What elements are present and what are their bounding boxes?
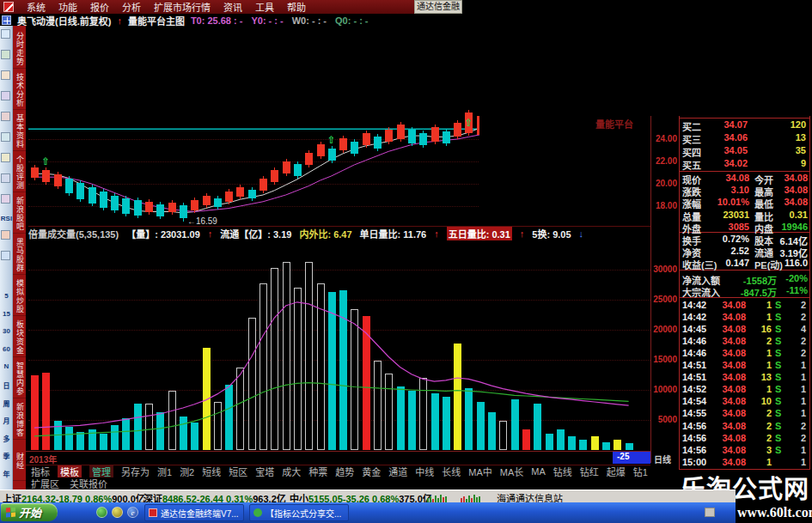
tick-time[interactable]: 14:46 — [682, 336, 711, 347]
sidebar-tab-2[interactable]: 基本资料 — [13, 112, 26, 151]
formula-tab-MA中[interactable]: MA中 — [468, 465, 492, 477]
toolbar-icon-5[interactable] — [1, 132, 10, 142]
tick-time[interactable]: 14:54 — [682, 396, 711, 407]
formula-tab-成大[interactable]: 成大 — [282, 465, 301, 477]
formula-tab-另存为[interactable]: 另存为 — [121, 465, 150, 477]
sidebar-tab-4[interactable]: 新浪股吧 — [13, 194, 26, 234]
index-summary-1[interactable]: 深证8486.52-26.44 0.31%963.2亿 — [143, 491, 281, 502]
formula-tab-测1[interactable]: 测1 — [157, 465, 172, 477]
toolbar-icon-4[interactable] — [1, 112, 10, 121]
period-月[interactable]: 月 — [0, 416, 13, 426]
menu-item-5[interactable]: 资讯 — [223, 0, 242, 14]
period-label[interactable]: 日线 — [654, 453, 671, 465]
formula-tab-模板[interactable]: 模板 — [58, 465, 82, 477]
period-年[interactable]: 年 — [0, 469, 13, 479]
indicator-segment-9: 5换: 9.05 — [532, 227, 571, 240]
formula-tab-指标[interactable]: 指标 — [31, 465, 50, 477]
period-周[interactable]: 周 — [0, 398, 13, 409]
formula-tab-长线[interactable]: 长线 — [442, 465, 461, 477]
tick-time[interactable]: 14:51 — [682, 360, 711, 371]
period-N[interactable]: N — [0, 362, 13, 373]
sidebar-tab-1[interactable]: 技术分析 — [13, 70, 26, 110]
index-summary-0[interactable]: 上证2164.32-18.79 0.86%900.0亿 — [3, 491, 140, 502]
formula-tab-趋势[interactable]: 趋势 — [335, 465, 354, 477]
formula-tab-起爆[interactable]: 起爆 — [607, 465, 626, 477]
quicklaunch-icon-2[interactable] — [112, 507, 123, 518]
toolbar-icon-7[interactable] — [1, 173, 10, 183]
formula-tab-钻1[interactable]: 钻1 — [633, 465, 648, 477]
menu-item-0[interactable]: 系统 — [27, 0, 46, 14]
toolbar-icon-1[interactable] — [1, 50, 10, 59]
tick-time[interactable]: 15:00 — [682, 457, 711, 468]
menu-item-4[interactable]: 扩展市场行情 — [154, 0, 211, 14]
tick-time[interactable]: 14:55 — [682, 408, 711, 419]
formula-tab-MA[interactable]: MA — [531, 466, 546, 477]
toolbar-icon-0[interactable] — [1, 29, 10, 39]
quicklaunch-icon-1[interactable] — [96, 507, 107, 518]
formula-tab-钻线[interactable]: 钻线 — [553, 465, 572, 477]
tick-time[interactable]: 14:56 — [682, 433, 711, 444]
formula-tab-中线[interactable]: 中线 — [415, 465, 434, 477]
tick-time[interactable]: 14:56 — [682, 445, 711, 456]
task-label: 【指标公式分享交... — [266, 507, 341, 520]
extension-tab-扩展区[interactable]: 扩展区 — [31, 477, 59, 490]
extension-tab-关联报价[interactable]: 关联报价 — [70, 477, 107, 490]
formula-tab-钻红[interactable]: 钻红 — [580, 465, 599, 477]
period-季[interactable]: 季 — [0, 451, 13, 461]
period-5[interactable]: 5 — [0, 292, 13, 302]
quicklaunch-icon-3[interactable]: e — [127, 507, 138, 518]
menu-item-6[interactable]: 工具 — [255, 0, 274, 14]
tick-time[interactable]: 14:45 — [682, 324, 711, 335]
rsi-label[interactable]: RSI — [0, 215, 13, 223]
formula-tab-短线[interactable]: 短线 — [202, 465, 221, 477]
sidebar-tab-6[interactable]: 模拟炒股 — [13, 277, 26, 316]
sidebar-tab-7[interactable]: 板块资金 — [13, 318, 26, 357]
tick-time[interactable]: 14:56 — [682, 421, 711, 432]
tick-time[interactable]: 14:42 — [682, 300, 711, 311]
formula-tab-黄金[interactable]: 黄金 — [362, 465, 381, 477]
menu-item-7[interactable]: 帮助 — [287, 0, 306, 14]
formula-tab-宝塔[interactable]: 宝塔 — [255, 465, 274, 477]
candle-body — [397, 125, 405, 139]
tick-time[interactable]: 14:42 — [682, 312, 711, 323]
sidebar-tab-3[interactable]: 个股评测 — [13, 153, 26, 192]
toolbar-icon-8[interactable] — [1, 194, 10, 204]
period-日[interactable]: 日 — [0, 380, 13, 391]
scroll-position-badge[interactable]: -25 — [613, 452, 650, 464]
sidebar-tab-8[interactable]: 智慧内参 — [13, 359, 26, 398]
toolbar-icon-9[interactable] — [1, 230, 10, 240]
toolbar-icon-6[interactable] — [1, 153, 10, 162]
period-30[interactable]: 30 — [0, 327, 13, 338]
tick-time[interactable]: 14:46 — [682, 348, 711, 359]
formula-tab-测2[interactable]: 测2 — [180, 465, 194, 477]
menu-item-1[interactable]: 功能 — [58, 0, 77, 14]
tray-icon[interactable] — [705, 508, 715, 517]
menu-item-3[interactable]: 分析 — [122, 0, 141, 14]
sidebar-tab-10[interactable]: 财经 — [13, 441, 26, 481]
formula-tab-MA长[interactable]: MA长 — [500, 465, 524, 477]
menu-item-2[interactable]: 报价 — [90, 0, 109, 14]
stat-value: 3.19亿 — [772, 246, 808, 257]
sidebar-tab-9[interactable]: 新浪博客 — [13, 400, 26, 440]
tick-count: 1 — [784, 408, 806, 419]
formula-tab-通道[interactable]: 通道 — [388, 465, 407, 477]
taskbar-task-share[interactable]: 【指标公式分享交... — [249, 504, 349, 521]
sidebar-tab-0[interactable]: 分时走势 — [13, 29, 26, 69]
tick-time[interactable]: 14:51 — [682, 372, 711, 383]
toolbar-icon-10[interactable] — [1, 251, 10, 260]
taskbar-task-tdx[interactable]: 通达信金融终端V7... — [144, 504, 244, 521]
formula-tab-种票[interactable]: 种票 — [308, 465, 327, 477]
formula-tab-管理[interactable]: 管理 — [89, 465, 113, 477]
stat-value: 2.52 — [715, 246, 749, 257]
formula-tab-短区[interactable]: 短区 — [229, 465, 247, 477]
start-button[interactable]: 开始 — [1, 503, 58, 521]
toolbar-icon-2[interactable] — [1, 70, 10, 80]
index-summary-2[interactable]: 中小5155.05-35.26 0.68%375.0亿 — [290, 491, 427, 502]
period-多[interactable]: 多 — [0, 434, 13, 444]
sidebar-tab-5[interactable]: 黑马股群 — [13, 235, 26, 275]
tick-time[interactable]: 14:52 — [682, 384, 711, 395]
tick-price: 34.08 — [713, 445, 746, 456]
toolbar-icon-3[interactable] — [1, 91, 10, 100]
period-15[interactable]: 15 — [0, 310, 13, 320]
period-60[interactable]: 60 — [0, 345, 13, 356]
